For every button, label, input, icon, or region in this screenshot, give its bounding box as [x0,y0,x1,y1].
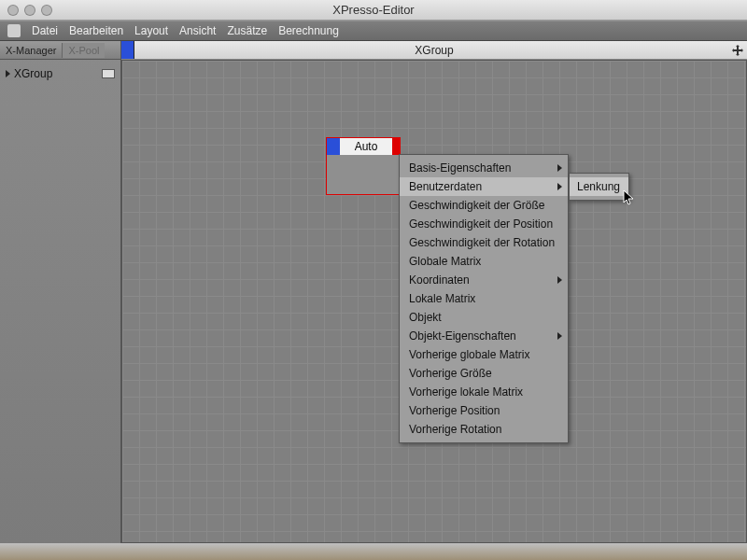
menu-datei[interactable]: Datei [32,24,58,37]
menu-item-label: Koordinaten [409,273,470,287]
menu-item-label: Geschwindigkeit der Rotation [409,236,555,249]
menu-berechnung[interactable]: Berechnung [278,24,339,37]
menu-item-basis-eigenschaften[interactable]: Basis-Eigenschaften [400,159,568,177]
menu-item-lokale-matrix[interactable]: Lokale Matrix [400,289,568,308]
submenu-item-label: Lenkung [577,180,620,193]
panel-content: XGroup [0,60,120,88]
menu-item-label: Geschwindigkeit der Position [409,217,553,231]
submenu-arrow-icon [557,332,562,340]
menu-item-vorherige-groesse[interactable]: Vorherige Größe [400,364,568,383]
menu-item-vorherige-position[interactable]: Vorherige Position [400,401,568,420]
disclosure-triangle-icon[interactable] [6,70,10,77]
submenu-arrow-icon [557,164,562,172]
menu-item-vorherige-lokale-matrix[interactable]: Vorherige lokale Matrix [400,383,568,401]
menu-item-label: Vorherige globale Matrix [409,348,529,361]
canvas-header-left-port[interactable] [121,41,134,59]
left-panel: X-Manager X-Pool XGroup [0,41,121,543]
context-submenu: Lenkung [569,173,629,201]
bottom-strip [0,543,747,560]
menu-item-label: Vorherige Größe [409,367,492,380]
submenu-item-lenkung[interactable]: Lenkung [570,177,628,196]
menu-zusaetze[interactable]: Zusätze [227,24,267,37]
node-header[interactable]: Auto [327,138,400,155]
canvas-header-move-icon[interactable] [728,41,747,59]
menubar: Datei Bearbeiten Layout Ansicht Zusätze … [0,21,747,41]
window-title: XPresso-Editor [0,3,747,17]
app-icon [7,24,21,37]
menu-item-objekt[interactable]: Objekt [400,308,568,327]
menu-item-label: Vorherige lokale Matrix [409,385,523,399]
menu-item-label: Basis-Eigenschaften [409,161,511,175]
menu-item-geschwindigkeit-groesse[interactable]: Geschwindigkeit der Größe [400,196,568,215]
menu-item-label: Geschwindigkeit der Größe [409,199,544,212]
tree-item-icon [102,69,115,78]
tab-x-pool[interactable]: X-Pool [62,43,105,58]
menu-item-label: Vorherige Position [409,404,500,417]
tree-item-xgroup[interactable]: XGroup [4,65,117,82]
menu-item-globale-matrix[interactable]: Globale Matrix [400,252,568,271]
menu-item-label: Vorherige Rotation [409,423,501,436]
canvas-header: XGroup [121,41,747,60]
workspace: X-Manager X-Pool XGroup XGroup Aut [0,41,747,543]
menu-item-vorherige-globale-matrix[interactable]: Vorherige globale Matrix [400,345,568,364]
node-title: Auto [340,138,392,155]
menu-item-label: Benutzerdaten [409,180,482,193]
tab-x-manager[interactable]: X-Manager [0,43,62,58]
node-body [327,155,400,194]
menu-ansicht[interactable]: Ansicht [179,24,216,37]
submenu-arrow-icon [557,183,562,190]
menu-item-objekt-eigenschaften[interactable]: Objekt-Eigenschaften [400,327,568,345]
menu-item-geschwindigkeit-position[interactable]: Geschwindigkeit der Position [400,215,568,233]
menu-item-benutzerdaten[interactable]: Benutzerdaten [400,177,568,196]
window-titlebar: XPresso-Editor [0,0,747,21]
canvas-wrap: XGroup Auto Basis-Eigenschaften [121,41,747,543]
menu-item-vorherige-rotation[interactable]: Vorherige Rotation [400,420,568,439]
menu-item-label: Globale Matrix [409,255,481,268]
tree-item-label: XGroup [14,67,52,80]
cursor-icon [623,189,636,206]
menu-item-label: Lokale Matrix [409,292,475,305]
menu-item-koordinaten[interactable]: Koordinaten [400,271,568,289]
menu-item-label: Objekt [409,311,442,324]
node-output-port[interactable] [392,138,400,155]
menu-item-label: Objekt-Eigenschaften [409,329,516,343]
panel-tabs: X-Manager X-Pool [0,41,120,60]
node-auto[interactable]: Auto [326,137,401,195]
context-menu: Basis-Eigenschaften Benutzerdaten Geschw… [399,154,569,443]
submenu-arrow-icon [557,276,562,284]
menu-bearbeiten[interactable]: Bearbeiten [69,24,123,37]
node-canvas[interactable]: Auto Basis-Eigenschaften Benutzerdaten G… [121,60,747,543]
menu-layout[interactable]: Layout [134,24,168,37]
menu-item-geschwindigkeit-rotation[interactable]: Geschwindigkeit der Rotation [400,233,568,252]
canvas-title: XGroup [415,44,453,57]
node-input-port[interactable] [327,138,340,155]
